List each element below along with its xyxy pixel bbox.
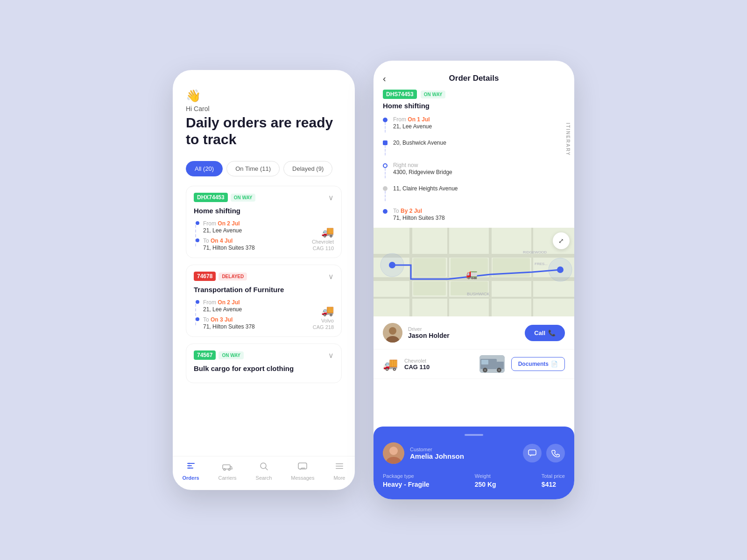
pkg-weight-value: 250 Kg	[475, 481, 496, 488]
from-date-2: On 2 Jul	[218, 299, 240, 306]
filter-all[interactable]: All (20)	[186, 161, 223, 176]
to-date-1: On 4 Jul	[211, 238, 233, 244]
nav-carriers[interactable]: Carriers	[218, 461, 236, 481]
order-id-2: 74678	[194, 272, 216, 281]
order-title-2: Transportation of Furniture	[194, 286, 334, 294]
search-icon	[259, 461, 269, 474]
svg-rect-11	[336, 463, 343, 464]
svg-point-42	[484, 369, 486, 371]
driver-label: Driver	[408, 326, 450, 332]
order-card-3[interactable]: 74567 ON WAY ∨ Bulk cargo for export clo…	[186, 343, 342, 383]
nav-search[interactable]: Search	[256, 461, 272, 481]
call-label: Call	[534, 329, 545, 336]
order-id-1: DHX74453	[194, 193, 228, 202]
svg-rect-13	[336, 468, 343, 469]
filter-delayed[interactable]: Delayed (9)	[283, 161, 332, 176]
right-phone: ‹ Order Details DHS74453 ON WAY Home shi…	[374, 61, 574, 499]
itin-to-date: By 2 Jul	[401, 208, 422, 214]
svg-point-4	[188, 465, 190, 467]
vehicle-name-2: Volvo	[321, 318, 334, 323]
pkg-price-value: $412	[542, 481, 565, 488]
svg-rect-40	[497, 362, 504, 369]
pkg-weight-label: Weight	[475, 473, 496, 479]
driver-row: Driver Jason Holder Call 📞	[374, 316, 574, 350]
itin-step-3: Right now 4300, Ridgeview Bridge	[383, 162, 562, 178]
order-card-1[interactable]: DHX74453 ON WAY ∨ Home shifting From On …	[186, 186, 342, 258]
wave-icon: 👋	[186, 89, 342, 103]
vehicle-row: 🚚 Chevrolet CAG 110 Documents	[374, 350, 574, 379]
svg-rect-49	[529, 450, 536, 455]
svg-point-33	[381, 253, 404, 277]
filter-bar: All (20) On Time (11) Delayed (9)	[186, 161, 342, 176]
nav-search-label: Search	[256, 475, 272, 481]
left-phone: 👋 Hi Carol Daily orders are ready to tra…	[173, 70, 355, 490]
drag-handle	[465, 434, 483, 436]
itin-to-addr: 71, Hilton Suites 378	[393, 215, 445, 221]
customer-avatar	[383, 442, 404, 464]
driver-name: Jason Holder	[408, 332, 450, 339]
docs-icon: 📄	[551, 361, 558, 367]
pkg-price-label: Total price	[542, 473, 565, 479]
nav-orders[interactable]: Orders	[182, 461, 199, 481]
svg-point-7	[224, 469, 226, 470]
customer-chat-button[interactable]	[523, 444, 542, 462]
nav-messages-label: Messages	[291, 475, 314, 481]
nav-messages[interactable]: Messages	[291, 461, 314, 481]
from-addr-2: 21, Lee Avenue	[203, 306, 242, 313]
status-tag-1: ON WAY	[231, 194, 256, 202]
svg-rect-22	[413, 258, 446, 277]
itin-step-2: 20, Bushwick Avenue	[383, 139, 562, 155]
svg-rect-45	[481, 360, 488, 364]
svg-point-47	[389, 447, 398, 455]
carriers-icon	[222, 461, 233, 474]
nav-carriers-label: Carriers	[218, 475, 236, 481]
vehicle-truck-icon: 🚚	[383, 357, 398, 371]
greeting-section: 👋 Hi Carol Daily orders are ready to tra…	[186, 89, 342, 148]
vehicle-thumbnail	[479, 355, 505, 373]
itin-step-5: To By 2 Jul 71, Hilton Suites 378	[383, 208, 562, 221]
itin-addr-2: 20, Bushwick Avenue	[393, 140, 446, 146]
itin-step-1: From On 1 Jul 21, Lee Avenue	[383, 116, 562, 133]
nav-more-label: More	[333, 475, 345, 481]
svg-rect-0	[187, 463, 195, 464]
detail-order-name: Home shifting	[383, 102, 565, 110]
hi-text: Hi Carol	[186, 105, 342, 112]
vehicle-id-2: CAG 218	[313, 324, 334, 330]
map-expand-button[interactable]: ⤢	[553, 232, 570, 249]
customer-label: Customer	[410, 447, 464, 452]
itin-addr-4: 11, Claire Heights Avenue	[393, 185, 458, 192]
nav-more[interactable]: More	[333, 461, 345, 481]
documents-button[interactable]: Documents 📄	[511, 357, 565, 371]
to-date-2: On 3 Jul	[211, 316, 233, 323]
back-button[interactable]: ‹	[383, 73, 386, 84]
call-phone-icon: 📞	[548, 329, 556, 336]
svg-point-36	[389, 327, 396, 335]
chevron-down-icon-1[interactable]: ∨	[328, 193, 334, 202]
svg-text:🚛: 🚛	[466, 268, 478, 280]
detail-order-id: DHS74453	[383, 90, 417, 99]
driver-avatar	[383, 323, 402, 343]
chevron-down-icon-2[interactable]: ∨	[328, 272, 334, 281]
customer-name: Amelia Johnson	[410, 452, 464, 460]
detail-status-tag: ON WAY	[421, 91, 446, 98]
detail-header: ‹ Order Details	[374, 61, 574, 90]
truck-icon-2: 🚚	[321, 305, 334, 317]
orders-icon	[186, 461, 196, 474]
to-addr-2: 71, Hilton Suites 378	[203, 323, 255, 330]
svg-point-5	[188, 468, 190, 469]
page-title: Order Details	[383, 74, 565, 83]
call-button[interactable]: Call 📞	[525, 325, 565, 341]
order-title-3: Bulk cargo for export clothing	[194, 364, 334, 372]
customer-call-button[interactable]	[546, 444, 565, 462]
chevron-down-icon-3[interactable]: ∨	[328, 351, 334, 360]
pkg-type-value: Heavy - Fragile	[383, 481, 430, 488]
itin-from-addr: 21, Lee Avenue	[393, 123, 432, 130]
to-addr-1: 71, Hilton Suites 378	[203, 245, 255, 251]
package-info: Package type Heavy - Fragile Weight 250 …	[383, 473, 565, 488]
nav-orders-label: Orders	[182, 475, 199, 481]
filter-on-time[interactable]: On Time (11)	[226, 161, 280, 176]
vehicle-plate: CAG 110	[404, 364, 430, 371]
map-area: BUSHWICK RIDGEWOOD FRES... 🚛 ⤢	[374, 228, 574, 316]
order-card-2[interactable]: 74678 DELAYED ∨ Transportation of Furnit…	[186, 265, 342, 337]
pkg-type-label: Package type	[383, 473, 430, 479]
